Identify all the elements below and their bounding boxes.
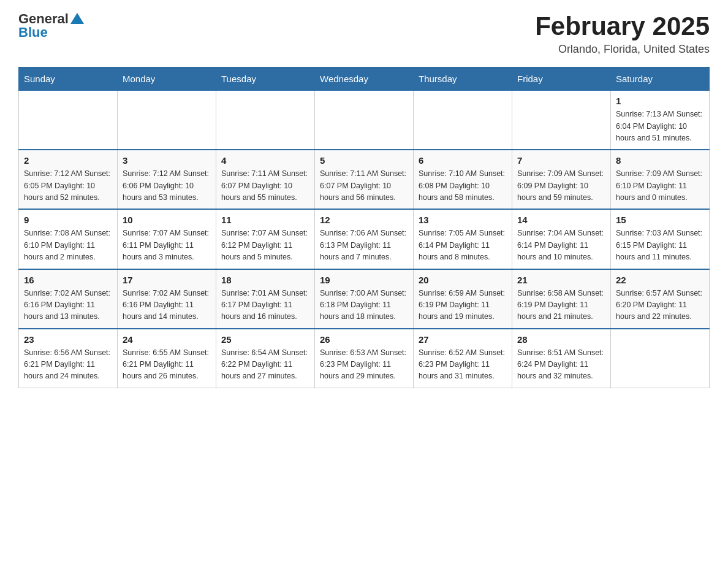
table-row: 18Sunrise: 7:01 AM Sunset: 6:17 PM Dayli…	[216, 269, 315, 329]
table-row: 15Sunrise: 7:03 AM Sunset: 6:15 PM Dayli…	[611, 209, 710, 269]
table-row: 27Sunrise: 6:52 AM Sunset: 6:23 PM Dayli…	[414, 329, 512, 388]
table-row: 16Sunrise: 7:02 AM Sunset: 6:16 PM Dayli…	[19, 269, 118, 329]
day-number: 16	[24, 275, 112, 285]
day-number: 19	[320, 275, 408, 285]
day-info: Sunrise: 6:52 AM Sunset: 6:23 PM Dayligh…	[419, 347, 507, 383]
col-wednesday: Wednesday	[315, 67, 414, 91]
table-row	[315, 91, 414, 150]
logo-icon	[70, 12, 84, 25]
table-row: 2Sunrise: 7:12 AM Sunset: 6:05 PM Daylig…	[19, 150, 118, 209]
day-number: 8	[616, 155, 704, 166]
table-row	[414, 91, 512, 150]
page-header: General Blue February 2025 Orlando, Flor…	[18, 12, 710, 56]
table-row: 22Sunrise: 6:57 AM Sunset: 6:20 PM Dayli…	[611, 269, 710, 329]
day-number: 1	[616, 96, 704, 106]
calendar-header-row: Sunday Monday Tuesday Wednesday Thursday…	[19, 67, 710, 91]
calendar: Sunday Monday Tuesday Wednesday Thursday…	[18, 67, 710, 388]
day-info: Sunrise: 6:55 AM Sunset: 6:21 PM Dayligh…	[123, 347, 211, 383]
day-number: 4	[221, 155, 309, 166]
table-row: 25Sunrise: 6:54 AM Sunset: 6:22 PM Dayli…	[216, 329, 315, 388]
day-number: 5	[320, 155, 408, 166]
table-row: 1Sunrise: 7:13 AM Sunset: 6:04 PM Daylig…	[611, 91, 710, 150]
day-number: 6	[419, 155, 507, 166]
day-info: Sunrise: 7:09 AM Sunset: 6:09 PM Dayligh…	[517, 168, 605, 204]
table-row: 5Sunrise: 7:11 AM Sunset: 6:07 PM Daylig…	[315, 150, 414, 209]
location: Orlando, Florida, United States	[535, 43, 710, 56]
day-number: 11	[221, 215, 309, 225]
table-row: 20Sunrise: 6:59 AM Sunset: 6:19 PM Dayli…	[414, 269, 512, 329]
table-row	[611, 329, 710, 388]
month-title: February 2025	[535, 12, 710, 40]
day-number: 14	[517, 215, 605, 225]
day-number: 9	[24, 215, 112, 225]
table-row: 21Sunrise: 6:58 AM Sunset: 6:19 PM Dayli…	[512, 269, 611, 329]
table-row: 23Sunrise: 6:56 AM Sunset: 6:21 PM Dayli…	[19, 329, 118, 388]
col-monday: Monday	[118, 67, 216, 91]
day-info: Sunrise: 6:57 AM Sunset: 6:20 PM Dayligh…	[616, 288, 704, 323]
col-friday: Friday	[512, 67, 611, 91]
day-number: 12	[320, 215, 408, 225]
day-info: Sunrise: 7:00 AM Sunset: 6:18 PM Dayligh…	[320, 288, 408, 323]
title-section: February 2025 Orlando, Florida, United S…	[535, 12, 710, 56]
day-info: Sunrise: 7:03 AM Sunset: 6:15 PM Dayligh…	[616, 228, 704, 263]
day-info: Sunrise: 7:12 AM Sunset: 6:06 PM Dayligh…	[123, 168, 211, 204]
table-row: 11Sunrise: 7:07 AM Sunset: 6:12 PM Dayli…	[216, 209, 315, 269]
day-info: Sunrise: 7:04 AM Sunset: 6:14 PM Dayligh…	[517, 228, 605, 263]
day-number: 2	[24, 155, 112, 166]
day-number: 28	[517, 334, 605, 345]
table-row: 6Sunrise: 7:10 AM Sunset: 6:08 PM Daylig…	[414, 150, 512, 209]
col-sunday: Sunday	[19, 67, 118, 91]
day-info: Sunrise: 7:06 AM Sunset: 6:13 PM Dayligh…	[320, 228, 408, 263]
day-info: Sunrise: 7:05 AM Sunset: 6:14 PM Dayligh…	[419, 228, 507, 263]
table-row: 19Sunrise: 7:00 AM Sunset: 6:18 PM Dayli…	[315, 269, 414, 329]
col-thursday: Thursday	[414, 67, 512, 91]
day-number: 23	[24, 334, 112, 345]
table-row	[216, 91, 315, 150]
table-row: 4Sunrise: 7:11 AM Sunset: 6:07 PM Daylig…	[216, 150, 315, 209]
table-row: 3Sunrise: 7:12 AM Sunset: 6:06 PM Daylig…	[118, 150, 216, 209]
day-info: Sunrise: 6:59 AM Sunset: 6:19 PM Dayligh…	[419, 288, 507, 323]
day-number: 24	[123, 334, 211, 345]
day-number: 20	[419, 275, 507, 285]
table-row	[512, 91, 611, 150]
day-info: Sunrise: 6:56 AM Sunset: 6:21 PM Dayligh…	[24, 347, 112, 383]
day-info: Sunrise: 7:12 AM Sunset: 6:05 PM Dayligh…	[24, 168, 112, 204]
table-row: 26Sunrise: 6:53 AM Sunset: 6:23 PM Dayli…	[315, 329, 414, 388]
table-row: 24Sunrise: 6:55 AM Sunset: 6:21 PM Dayli…	[118, 329, 216, 388]
day-number: 18	[221, 275, 309, 285]
logo-blue: Blue	[18, 25, 48, 40]
day-info: Sunrise: 6:58 AM Sunset: 6:19 PM Dayligh…	[517, 288, 605, 323]
day-number: 26	[320, 334, 408, 345]
table-row: 28Sunrise: 6:51 AM Sunset: 6:24 PM Dayli…	[512, 329, 611, 388]
table-row: 14Sunrise: 7:04 AM Sunset: 6:14 PM Dayli…	[512, 209, 611, 269]
day-number: 22	[616, 275, 704, 285]
table-row: 8Sunrise: 7:09 AM Sunset: 6:10 PM Daylig…	[611, 150, 710, 209]
table-row: 10Sunrise: 7:07 AM Sunset: 6:11 PM Dayli…	[118, 209, 216, 269]
day-number: 7	[517, 155, 605, 166]
day-info: Sunrise: 6:53 AM Sunset: 6:23 PM Dayligh…	[320, 347, 408, 383]
day-info: Sunrise: 6:51 AM Sunset: 6:24 PM Dayligh…	[517, 347, 605, 383]
day-number: 10	[123, 215, 211, 225]
day-number: 17	[123, 275, 211, 285]
day-info: Sunrise: 7:11 AM Sunset: 6:07 PM Dayligh…	[320, 168, 408, 204]
table-row: 12Sunrise: 7:06 AM Sunset: 6:13 PM Dayli…	[315, 209, 414, 269]
table-row	[118, 91, 216, 150]
table-row: 7Sunrise: 7:09 AM Sunset: 6:09 PM Daylig…	[512, 150, 611, 209]
day-number: 13	[419, 215, 507, 225]
day-number: 27	[419, 334, 507, 345]
logo-general: General	[18, 12, 69, 26]
table-row: 9Sunrise: 7:08 AM Sunset: 6:10 PM Daylig…	[19, 209, 118, 269]
day-info: Sunrise: 7:10 AM Sunset: 6:08 PM Dayligh…	[419, 168, 507, 204]
day-number: 25	[221, 334, 309, 345]
day-info: Sunrise: 7:07 AM Sunset: 6:12 PM Dayligh…	[221, 228, 309, 263]
col-saturday: Saturday	[611, 67, 710, 91]
day-info: Sunrise: 7:09 AM Sunset: 6:10 PM Dayligh…	[616, 168, 704, 204]
table-row: 17Sunrise: 7:02 AM Sunset: 6:16 PM Dayli…	[118, 269, 216, 329]
day-number: 15	[616, 215, 704, 225]
table-row	[19, 91, 118, 150]
day-info: Sunrise: 7:01 AM Sunset: 6:17 PM Dayligh…	[221, 288, 309, 323]
col-tuesday: Tuesday	[216, 67, 315, 91]
svg-marker-0	[70, 13, 84, 24]
day-number: 21	[517, 275, 605, 285]
day-info: Sunrise: 7:07 AM Sunset: 6:11 PM Dayligh…	[123, 228, 211, 263]
